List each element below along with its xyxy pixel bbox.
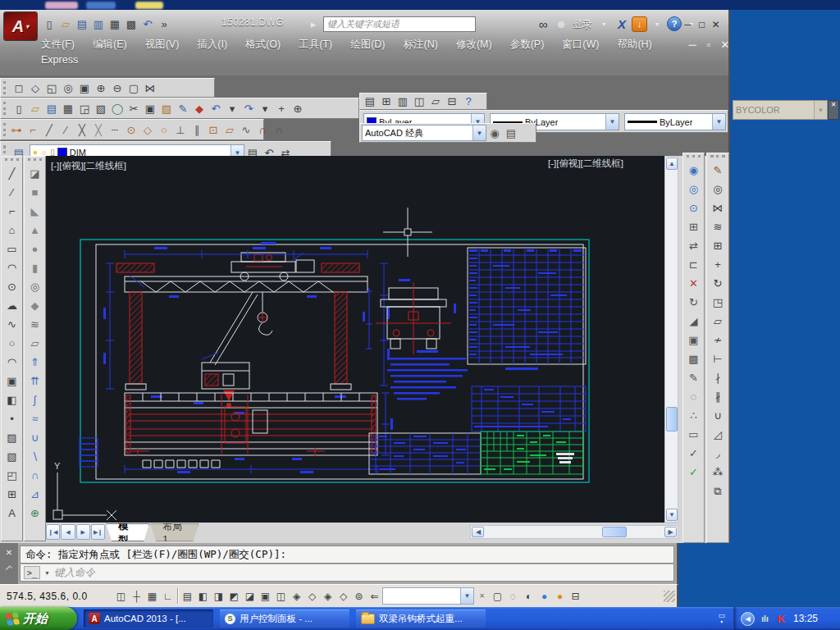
- snap-extension-icon[interactable]: ┄: [107, 121, 123, 138]
- polygon-icon[interactable]: ⌂: [2, 221, 21, 240]
- loft-icon[interactable]: ≈: [25, 409, 44, 428]
- ortho-mode-icon[interactable]: ∟: [160, 588, 176, 604]
- menu-item-dimension[interactable]: 标注(N): [404, 38, 438, 52]
- grid-display-icon[interactable]: ▦: [144, 588, 160, 604]
- save-icon[interactable]: ▤: [43, 100, 60, 116]
- sphere-icon[interactable]: ●: [25, 240, 44, 258]
- cone-icon[interactable]: ▲: [25, 221, 44, 240]
- snap-apparent-intersection-icon[interactable]: ╳: [90, 121, 107, 138]
- view-bottom-icon[interactable]: ◨: [211, 588, 226, 604]
- snap-perpendicular-icon[interactable]: ⊥: [172, 121, 189, 138]
- table-icon[interactable]: ⊞: [2, 485, 21, 504]
- tab-next-button[interactable]: ▶: [76, 524, 90, 540]
- exchange-apps-icon[interactable]: X: [614, 16, 630, 32]
- menu-item-parametric[interactable]: 参数(P): [510, 38, 545, 52]
- vertical-scrollbar[interactable]: ▲ ▼: [664, 156, 678, 523]
- hide-objects-icon[interactable]: ◌: [505, 588, 521, 604]
- view-left-icon[interactable]: ◩: [226, 588, 242, 604]
- copy-object-icon[interactable]: ◎: [709, 180, 728, 199]
- make-block-icon[interactable]: ◧: [2, 390, 21, 409]
- viewport-label-right[interactable]: [-][俯视][二维线框]: [548, 158, 623, 170]
- workspace-control[interactable]: AutoCAD 经典 ▼: [362, 125, 486, 141]
- line-icon[interactable]: ╱: [2, 164, 21, 183]
- app-minimize-icon[interactable]: ─: [681, 16, 695, 33]
- viewport-label-left[interactable]: [-][俯视][二维线框]: [51, 160, 126, 172]
- qplot-icon[interactable]: ▦: [107, 16, 123, 32]
- multiline-text-icon[interactable]: A: [2, 504, 21, 523]
- render-icon[interactable]: ●: [552, 588, 568, 604]
- chevron-down-icon[interactable]: ▼: [44, 570, 50, 576]
- intersect-3d-icon[interactable]: ∩: [25, 466, 44, 485]
- mirror-icon[interactable]: ⋈: [709, 199, 728, 217]
- toolbar-close-icon[interactable]: ✕: [474, 588, 490, 604]
- vertical-scroll-thumb[interactable]: [666, 407, 678, 431]
- antivirus-icon[interactable]: K: [775, 613, 788, 625]
- qopen-icon[interactable]: ▱: [57, 16, 74, 32]
- dwf-icon[interactable]: ◯: [109, 100, 126, 116]
- doc-restore-icon[interactable]: ▫: [701, 36, 717, 52]
- box-icon[interactable]: ■: [25, 183, 44, 202]
- open-icon[interactable]: ▱: [27, 100, 43, 116]
- insert-block-icon[interactable]: ▣: [2, 372, 21, 390]
- view-nw-iso-icon[interactable]: ◇: [336, 588, 351, 604]
- paste-icon[interactable]: ▨: [158, 100, 175, 116]
- rectangle-icon[interactable]: ▭: [2, 240, 21, 258]
- command-input[interactable]: >_ ▼ 键入命令: [20, 564, 674, 582]
- chevron-down-icon[interactable]: ▼: [460, 588, 473, 604]
- extrude-icon[interactable]: ⇈: [25, 372, 44, 390]
- zoom-out-icon[interactable]: ⊖: [109, 80, 126, 96]
- break-icon[interactable]: ∦: [709, 387, 728, 406]
- search-flyout-arrow-icon[interactable]: ▸: [305, 16, 322, 32]
- tab-prev-button[interactable]: ◀: [61, 524, 75, 540]
- doc-close-icon[interactable]: ✕: [717, 36, 733, 52]
- annotation-check-icon[interactable]: ✓: [684, 463, 703, 482]
- horizontal-scrollbar[interactable]: ◀ ▶: [470, 525, 678, 539]
- view-se-iso-icon[interactable]: ◇: [304, 588, 320, 604]
- torus-icon[interactable]: ◎: [25, 277, 44, 296]
- application-menu-button[interactable]: A▾: [3, 11, 38, 41]
- start-button[interactable]: 开始: [0, 607, 77, 630]
- chevron-down-icon[interactable]: ▼: [472, 126, 486, 140]
- snap-center-icon[interactable]: ⊙: [123, 121, 139, 138]
- scroll-down-arrow[interactable]: ▼: [666, 509, 678, 521]
- cascade-windows-icon[interactable]: ⧉: [709, 482, 728, 500]
- qsave-as-icon[interactable]: ▥: [90, 16, 107, 32]
- extrude-faces-icon[interactable]: ⊞: [684, 217, 703, 236]
- scroll-left-arrow[interactable]: ◀: [472, 527, 484, 537]
- temporary-track-point-icon[interactable]: ⊶: [8, 121, 25, 138]
- array-icon[interactable]: ⊞: [709, 236, 728, 255]
- toolbar-grip[interactable]: [3, 123, 6, 137]
- tool-palettes-icon[interactable]: ▥: [395, 94, 411, 110]
- helix-icon[interactable]: ≋: [25, 315, 44, 334]
- toolbar-grip[interactable]: [3, 102, 8, 116]
- move-faces-icon[interactable]: ⇄: [684, 236, 703, 255]
- drawing-utilities-icon[interactable]: ▤: [180, 588, 195, 604]
- scroll-up-arrow[interactable]: ▲: [666, 158, 678, 170]
- taper-faces-icon[interactable]: ◢: [684, 312, 703, 331]
- taskbar-task-crane-folder[interactable]: 双梁吊钩桥式起重...: [356, 609, 486, 628]
- hatch-icon[interactable]: ▨: [2, 428, 21, 447]
- search-input[interactable]: 键入关键字或短语: [323, 16, 476, 32]
- snap-mode-icon[interactable]: ┼: [129, 588, 144, 604]
- app-close-icon[interactable]: ✕: [709, 16, 723, 33]
- exchange-download-icon[interactable]: ↓: [632, 16, 647, 32]
- snap-endpoint-icon[interactable]: ╱: [41, 121, 57, 138]
- exchange-arrow-icon[interactable]: ▾: [649, 16, 665, 32]
- lineweight-control[interactable]: ByLayer ▼: [624, 113, 726, 130]
- properties-palette-icon[interactable]: ▤: [362, 94, 378, 110]
- app-maximize-icon[interactable]: □: [695, 16, 709, 33]
- spline-icon[interactable]: ∿: [2, 315, 21, 334]
- erase-icon[interactable]: ✎: [709, 161, 728, 180]
- zoom-in-icon[interactable]: ⊕: [93, 80, 109, 96]
- union-3d-icon[interactable]: ∪: [25, 428, 44, 447]
- tab-last-button[interactable]: ▶❙: [91, 524, 105, 540]
- sheet-set-manager-icon[interactable]: ◫: [411, 94, 427, 110]
- view-top-icon[interactable]: ◧: [195, 588, 211, 604]
- snap-insert-icon[interactable]: ▱: [221, 121, 238, 138]
- trim-icon[interactable]: ≁: [709, 331, 728, 349]
- menu-item-express[interactable]: Express: [41, 54, 78, 66]
- undo-arrow-icon[interactable]: ▾: [224, 100, 240, 116]
- snap-tangent-icon[interactable]: ○: [156, 121, 172, 138]
- ellipse-arc-icon[interactable]: ◠: [2, 353, 21, 372]
- menu-item-tools[interactable]: 工具(T): [299, 38, 332, 52]
